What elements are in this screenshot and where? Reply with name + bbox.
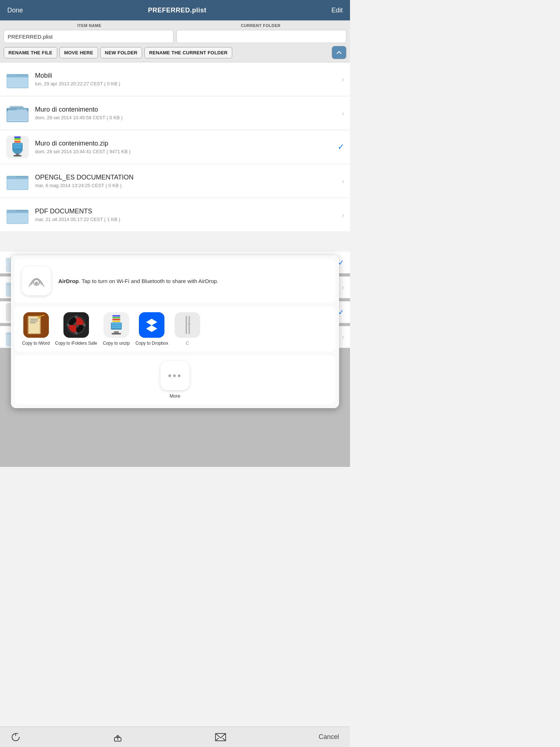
list-item[interactable]: PDF DOCUMENTS mar, 21 ott 2014 05:17:22 … (0, 198, 350, 232)
iword-icon (23, 312, 49, 338)
app-item-iword[interactable]: Copy to iWord (20, 312, 51, 346)
list-item[interactable]: Muro di contenimento.zip dom, 28 set 201… (0, 130, 350, 164)
list-item[interactable]: Muro di contenimento dom, 28 set 2014 10… (0, 96, 350, 130)
done-button[interactable]: Done (7, 7, 23, 14)
folder-icon (6, 203, 29, 227)
nav-bar: Done PREFERRED.plist Edit (0, 0, 350, 20)
svg-rect-83 (188, 325, 190, 334)
svg-rect-66 (112, 317, 120, 318)
svg-rect-23 (14, 139, 21, 141)
rename-folder-button[interactable]: RENAME THE CURRENT FOLDER (144, 47, 232, 58)
move-here-button[interactable]: MOVE HERE (59, 47, 98, 58)
airdrop-section[interactable]: AirDrop. Tap to turn on Wi-Fi and Blueto… (15, 259, 335, 303)
app-item-dropbox[interactable]: Copy to Dropbox (135, 312, 168, 346)
checkmark-icon: ✓ (338, 142, 344, 152)
file-meta: mar, 6 mag 2014 13:24:25 CEST ( 0 KB ) (35, 183, 339, 188)
file-name: PDF DOCUMENTS (35, 208, 339, 215)
chevron-icon: › (342, 211, 344, 219)
list-item[interactable]: Mobili lun, 29 apr 2013 20:22:27 CEST ( … (0, 62, 350, 96)
svg-rect-65 (112, 315, 120, 317)
svg-rect-53 (30, 322, 36, 323)
new-folder-button[interactable]: NEW FOLDER (100, 47, 142, 58)
rename-file-button[interactable]: RENAME THE FILE (4, 47, 57, 58)
svg-rect-70 (112, 323, 121, 324)
svg-rect-25 (14, 138, 21, 139)
current-folder-label: CURRENT FOLDER (175, 23, 346, 28)
chevron-icon: › (342, 177, 344, 185)
svg-rect-16 (8, 108, 17, 110)
file-name: Mobili (35, 72, 339, 80)
file-info: PDF DOCUMENTS mar, 21 ott 2014 05:17:22 … (35, 208, 339, 222)
airdrop-icon (22, 266, 51, 295)
file-meta: lun, 29 apr 2013 20:22:27 CEST ( 0 KB ) (35, 81, 339, 86)
airdrop-title: AirDrop (58, 278, 79, 284)
svg-rect-4 (7, 76, 28, 88)
app-item-unzip[interactable]: Copy to unzip (101, 312, 132, 346)
file-info: Muro di contenimento dom, 28 set 2014 10… (35, 106, 339, 120)
svg-rect-72 (112, 327, 121, 328)
app-item-ifolders[interactable]: Copy to iFolders Safe (55, 312, 97, 346)
file-list: Mobili lun, 29 apr 2013 20:22:27 CEST ( … (0, 62, 350, 232)
item-name-label: ITEM NAME (4, 23, 175, 28)
app-label: Copy to Dropbox (135, 341, 168, 346)
up-button[interactable] (332, 46, 346, 59)
svg-rect-67 (112, 319, 120, 320)
file-name: Muro di contenimento (35, 106, 339, 113)
app-icons-section: Copy to iWord (15, 306, 335, 352)
svg-rect-20 (13, 144, 22, 145)
file-meta: dom, 28 set 2014 10:45:58 CEST ( 0 KB ) (35, 115, 339, 120)
toolbar: ITEM NAME CURRENT FOLDER RENAME THE FILE… (0, 20, 350, 62)
svg-rect-38 (7, 210, 16, 213)
current-folder-input[interactable] (176, 30, 346, 43)
folder-icon (6, 67, 29, 91)
file-meta: dom, 28 set 2014 10:44:41 CEST ( 9471 KB… (35, 149, 335, 154)
edit-button[interactable]: Edit (331, 7, 343, 14)
more-section[interactable]: ••• More (15, 355, 335, 405)
svg-rect-6 (7, 74, 16, 77)
dropbox-icon (139, 312, 164, 338)
svg-rect-31 (7, 178, 28, 189)
file-info: Mobili lun, 29 apr 2013 20:22:27 CEST ( … (35, 72, 339, 86)
file-name: Muro di contenimento.zip (35, 140, 335, 147)
folder-icon (6, 101, 29, 125)
svg-rect-81 (188, 316, 190, 323)
file-info: Muro di contenimento.zip dom, 28 set 201… (35, 140, 335, 154)
svg-rect-33 (7, 176, 16, 179)
ifolders-icon (63, 312, 89, 338)
svg-rect-74 (112, 333, 121, 334)
svg-rect-80 (186, 316, 187, 334)
more-label: More (170, 393, 180, 399)
share-overlay[interactable]: ✓ › ✓ › (0, 252, 350, 467)
svg-point-61 (83, 324, 86, 326)
svg-rect-51 (30, 319, 38, 320)
svg-rect-26 (14, 136, 21, 138)
file-meta: mar, 21 ott 2014 05:17:22 CEST ( 1 KB ) (35, 217, 339, 222)
svg-point-60 (75, 316, 78, 318)
svg-rect-36 (7, 212, 28, 223)
svg-rect-22 (13, 147, 22, 148)
svg-rect-52 (30, 321, 38, 321)
more-dots-icon: ••• (168, 370, 182, 382)
app-label: Copy to iFolders Safe (55, 341, 97, 346)
app-label: C (186, 341, 189, 346)
list-item[interactable]: OPENGL_ES DOCUMENTATION mar, 6 mag 2014 … (0, 164, 350, 198)
file-info: OPENGL_ES DOCUMENTATION mar, 6 mag 2014 … (35, 174, 339, 188)
app-label: Copy to unzip (103, 341, 129, 346)
svg-rect-28 (13, 155, 22, 156)
svg-rect-79 (175, 312, 200, 338)
svg-point-62 (75, 332, 78, 334)
svg-point-63 (67, 324, 70, 326)
svg-rect-71 (112, 325, 121, 326)
svg-rect-82 (188, 323, 191, 325)
nav-title: PREFERRED.plist (148, 7, 207, 14)
app-label: Copy to iWord (22, 341, 50, 346)
app-item-partial[interactable]: C (172, 312, 203, 346)
svg-rect-73 (114, 331, 119, 333)
chevron-icon: › (342, 75, 344, 84)
svg-rect-68 (112, 321, 120, 322)
svg-point-47 (35, 282, 38, 285)
item-name-input[interactable] (4, 30, 174, 43)
zip-file-icon (6, 135, 29, 159)
folder-icon (6, 169, 29, 193)
unzip-icon (104, 312, 129, 338)
